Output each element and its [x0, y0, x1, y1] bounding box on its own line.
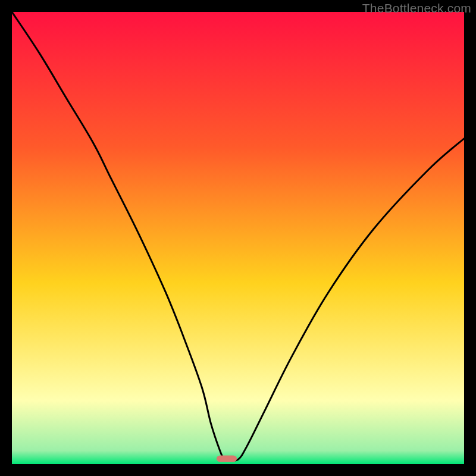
plot-area — [12, 12, 464, 464]
gradient-background — [12, 12, 464, 464]
gradient-plot — [12, 12, 464, 464]
optimal-marker — [217, 456, 237, 462]
watermark-text: TheBottleneck.com — [362, 1, 471, 15]
chart-frame: TheBottleneck.com — [0, 0, 476, 476]
